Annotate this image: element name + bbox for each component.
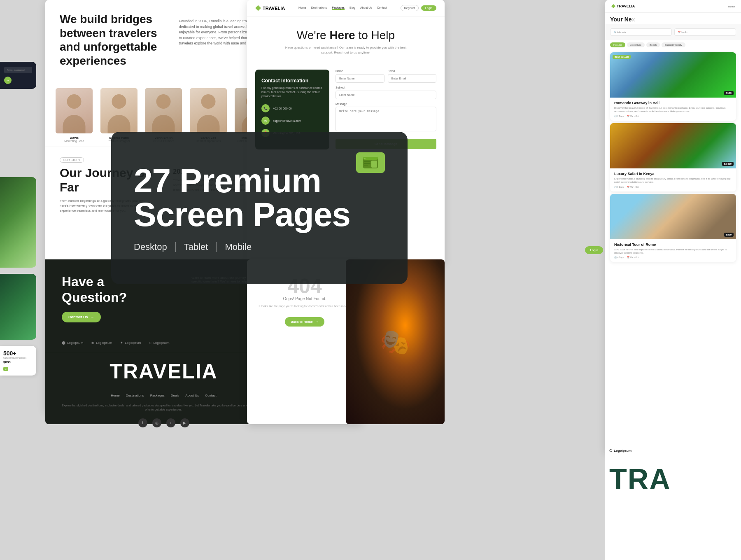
screenshot-footer: Have aQuestion? Contact Us → Want to lea… [45, 259, 282, 424]
rome-card-image: $899 [610, 194, 736, 239]
cultural-decoration: 🎭 [380, 327, 411, 357]
team-avatar-2 [100, 88, 137, 133]
divider-1 [175, 242, 176, 252]
footer-nav-contact[interactable]: Contact [205, 394, 217, 397]
contact-phone-item: 📞 +62 00-000-00 [261, 104, 323, 112]
email-icon: ✉ [261, 117, 270, 125]
kenya-card-body: Luxury Safari in Kenya Experience Africa… [610, 168, 736, 191]
filter-tab-budget[interactable]: Budget Friendly [662, 42, 685, 47]
svg-rect-3 [371, 161, 377, 168]
register-button[interactable]: Register [401, 5, 419, 11]
tablet-label: Tablet [184, 242, 208, 252]
bali-duration: 🕐 7 Days [614, 115, 624, 117]
contact-email: support@travelia.com [273, 119, 301, 122]
mobile-card-left: forgot password → [0, 62, 36, 89]
contact-phone: +62 00-000-00 [273, 107, 292, 110]
footer-nav-home[interactable]: Home [111, 394, 119, 397]
arrow-right-icon: → [315, 320, 319, 324]
footer-nav-about[interactable]: About Us [185, 394, 199, 397]
filter-tab-adventure[interactable]: Adventure [627, 42, 645, 47]
footer-logo-1: ⬤ Logoipsum [62, 341, 83, 345]
promo-main-title: 27 PremiumScreen Pages [134, 164, 385, 231]
travelia-logo-small: ⬡ Logoipsum [605, 445, 741, 455]
footer-brand-name: TRAVELIA [51, 359, 276, 383]
subject-label: Subject [336, 86, 436, 89]
package-card-rome: $899 Historical Tour of Rome Step back i… [610, 194, 736, 262]
browser-window-icon [363, 157, 378, 168]
bali-card-meta: 🕐 7 Days 📅 Mar - Oct [614, 115, 732, 117]
footer-nav-packages[interactable]: Packages [150, 394, 165, 397]
promo-browser-icon [356, 152, 385, 173]
arrow-icon: → [91, 315, 94, 319]
form-field-name: Name [336, 70, 384, 83]
team-name-1: Davis [54, 136, 95, 140]
back-home-button[interactable]: Back to Home → [285, 317, 324, 327]
contact-us-button[interactable]: Contact Us → [62, 312, 101, 322]
message-textarea[interactable] [336, 107, 436, 131]
instagram-icon[interactable]: ◎ [152, 418, 161, 427]
name-input[interactable] [336, 74, 384, 83]
rome-card-title: Historical Tour of Rome [614, 243, 732, 247]
rome-card-meta: 🕐 4 Days 📅 Mar - Oct [614, 256, 732, 259]
bali-card-title: Romantic Getaway in Bali [614, 101, 732, 105]
team-member-1: Davis Marketing Lead [54, 88, 95, 142]
stat-number: 500+ [3, 350, 33, 357]
packages-search-bar: 🔍 Indonesia 📅 Jan 1... [605, 24, 741, 40]
pkg-nav-home: Home [728, 5, 735, 8]
travelia-bottom-text: TRA [605, 455, 741, 504]
contact-nav: TRAVELIA Home Destinations Packages Blog… [247, 0, 445, 16]
logo-icon [255, 5, 261, 11]
bali-months: 📅 Mar - Oct [627, 115, 638, 117]
footer-logo-3: ✦ Logoipsum [120, 341, 141, 345]
stat-label: Curated Travel Packages [3, 357, 33, 359]
youtube-icon[interactable]: ▶ [180, 418, 189, 427]
bali-price: $189 [724, 91, 734, 95]
email-label: Email [388, 70, 437, 72]
rome-price: $899 [724, 233, 734, 237]
bali-card-desc: Discover the beautiful island of Bali wi… [614, 106, 732, 113]
form-field-email: Email [388, 70, 437, 83]
footer-description: Explore handpicked destinations, exclusi… [45, 401, 282, 414]
footer-nav-destinations[interactable]: Destinations [126, 394, 144, 397]
footer-logo-4: ◇ Logoipsum [149, 341, 169, 345]
about-header: We build bridges between travelers and u… [45, 0, 282, 80]
floating-login-button[interactable]: Login [585, 246, 603, 254]
desktop-label: Desktop [134, 242, 167, 252]
mobile-arrow-btn[interactable]: → [4, 77, 12, 84]
logo-diamond-icon: ◇ [149, 341, 151, 345]
footer-nav: Home Destinations Packages Deals About U… [45, 390, 282, 401]
kenya-card-title: Luxury Safari in Kenya [614, 172, 732, 176]
form-field-subject: Subject [336, 86, 436, 99]
date-field[interactable]: 📅 Jan 1... [674, 28, 736, 36]
contact-logo: TRAVELIA [255, 5, 285, 11]
bali-card-image: BEST SELLER $189 [610, 52, 736, 98]
mobile-label: Mobile [225, 242, 252, 252]
filter-tab-popular[interactable]: Popular [610, 42, 625, 47]
email-input[interactable] [388, 74, 437, 83]
subject-input[interactable] [336, 91, 436, 99]
login-button[interactable]: Login [421, 5, 436, 11]
screenshot-packages: TRAVELIA Home Your Nex 🔍 Indonesia 📅 Jan… [605, 0, 741, 453]
bali-card-body: Romantic Getaway in Bali Discover the be… [610, 98, 736, 121]
packages-logo: TRAVELIA [611, 4, 635, 8]
packages-page-heading: Your Nex [610, 16, 736, 23]
team-avatar-3 [145, 88, 182, 133]
logo-circle-icon: ⬤ [62, 341, 65, 345]
screenshot-travelia-bottom: ⬡ Logoipsum TRA [605, 445, 741, 560]
svg-rect-4 [364, 161, 370, 162]
tiktok-icon[interactable]: ♪ [166, 418, 175, 427]
filter-tab-beach[interactable]: Beach [646, 42, 660, 47]
footer-nav-deals[interactable]: Deals [171, 394, 179, 397]
message-label: Message [336, 103, 436, 105]
our-story-label: OUR STORY [60, 157, 84, 163]
contact-info-title: Contact Information [261, 78, 323, 84]
contact-hero: We're Here to Help Have questions or nee… [247, 16, 445, 63]
best-seller-badge: BEST SELLER [613, 55, 631, 59]
form-field-message: Message [336, 103, 436, 133]
promo-overlay: 27 PremiumScreen Pages Desktop Tablet Mo… [111, 132, 408, 284]
form-row-name-email: Name Email [336, 70, 436, 83]
password-field[interactable]: forgot password [4, 67, 32, 73]
packages-title-area: Your Nex [605, 13, 741, 24]
facebook-icon[interactable]: f [138, 418, 147, 427]
destination-field[interactable]: 🔍 Indonesia [610, 28, 672, 36]
